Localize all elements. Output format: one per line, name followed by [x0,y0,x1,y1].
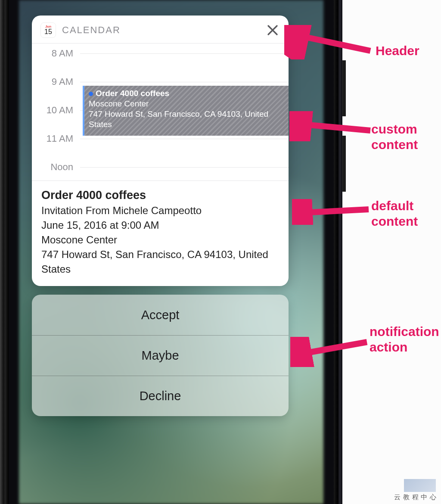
decline-button[interactable]: Decline [32,376,289,416]
close-icon [266,31,279,38]
invitation-from-label: Invitation From Michele Campeotto [41,203,279,218]
annotation-default: default content [371,198,441,229]
annotation-custom-label: custom content [371,122,418,152]
close-button[interactable] [266,24,279,37]
event-title: Order 4000 coffees [96,89,169,98]
phone-edge-left [0,0,9,504]
annotation-action-label: notification action [370,324,439,354]
annotation-default-label: default content [371,199,418,228]
accept-button[interactable]: Accept [32,295,289,335]
event-location: Moscone Center [89,99,149,108]
hour-label: 10 AM [32,106,80,115]
annotation-header: Header [376,43,419,59]
hour-label: 9 AM [32,77,80,87]
calendar-app-icon: Jun 15 [40,22,56,38]
event-address: 747 Howard St, San Francisco, CA 94103, … [41,247,279,277]
notification-card: Jun 15 CALENDAR 8 AM 9 AM 10 AM [32,16,289,286]
event-title: Order 4000 coffees [41,188,279,202]
hour-divider [80,53,289,54]
calendar-timeline[interactable]: 8 AM 9 AM 10 AM 11 AM Noon Order 4000 co… [32,44,289,180]
hour-row: 11 AM [32,134,289,162]
hour-divider [80,167,289,168]
annotation-custom: custom content [371,121,441,152]
calendar-event[interactable]: Order 4000 coffees Moscone Center 747 Ho… [83,86,289,136]
annotation-action: notification action [370,324,441,355]
volume-button [342,60,346,116]
hour-row: Noon [32,162,289,175]
hour-label: 8 AM [32,49,80,58]
watermark-graphic [404,479,436,492]
watermark-text: 云 教 程 中 心 [394,493,437,501]
event-location: Moscone Center [41,233,279,247]
phone-edge-right [334,0,342,504]
notification-actions: Accept Maybe Decline [32,295,289,416]
volume-button [342,136,346,192]
hour-label: 11 AM [32,134,80,143]
event-address: 747 Howard St, San Francisco, CA 94103, … [89,109,268,129]
notification-header: Jun 15 CALENDAR [32,16,289,44]
hour-label: Noon [32,162,80,172]
hour-divider [80,82,289,82]
maybe-button[interactable]: Maybe [32,335,289,376]
hour-divider [80,139,289,139]
hour-row: 8 AM [32,49,289,77]
event-dot-icon [89,92,93,96]
app-name-label: CALENDAR [62,25,266,36]
phone-frame: Jun 15 CALENDAR 8 AM 9 AM 10 AM [0,0,342,504]
event-datetime: June 15, 2016 at 9:00 AM [41,218,279,233]
notification-default-content: Order 4000 coffees Invitation From Miche… [32,180,289,286]
icon-day-label: 15 [44,28,52,35]
